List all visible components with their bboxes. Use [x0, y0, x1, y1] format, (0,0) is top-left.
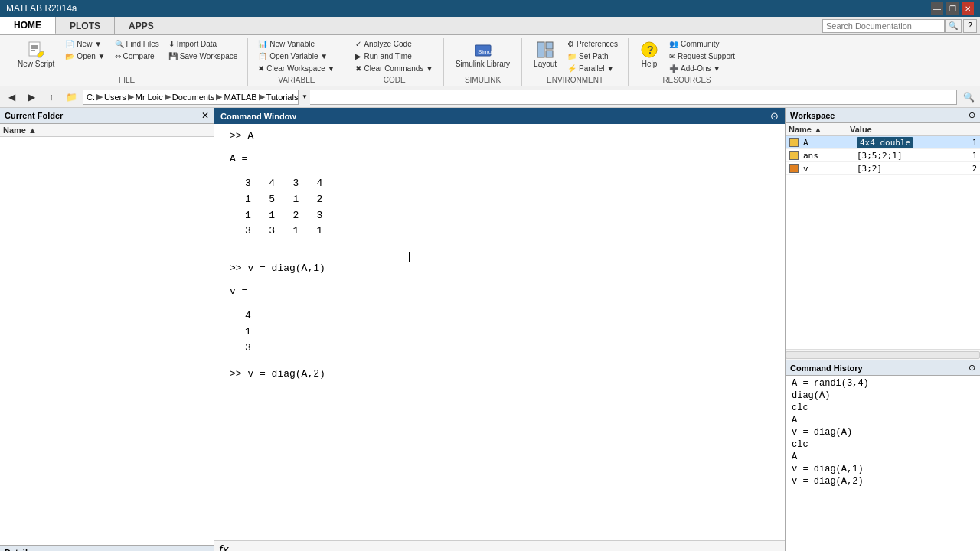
tab-plots[interactable]: PLOTS: [56, 17, 115, 34]
ws-extra-a: 1: [972, 139, 977, 147]
workspace-close-button[interactable]: ⊙: [969, 110, 975, 120]
folder-panel-close[interactable]: ✕: [201, 110, 209, 121]
clear-commands-button[interactable]: ✖ Clear Commands ▼: [351, 63, 436, 74]
save-workspace-button[interactable]: 💾 Save Workspace: [165, 51, 241, 62]
simulink-library-button[interactable]: Simulink Simulink Library: [450, 38, 515, 70]
svg-text:Simulink: Simulink: [478, 48, 492, 55]
clear-workspace-label: Clear Workspace ▼: [266, 64, 335, 73]
cmdh-item-clc2[interactable]: clc: [792, 439, 974, 451]
ribbon-resources-buttons: ? Help 👥 Community ✉ Request Support ➕ A…: [635, 38, 739, 74]
title-bar: MATLAB R2014a — ❐ ✕: [0, 0, 980, 17]
up-button[interactable]: ↑: [43, 89, 60, 106]
v-row-1: 4: [245, 308, 769, 324]
ribbon-var-col: 📊 New Variable 📋 Open Variable ▼ ✖ Clear…: [254, 38, 338, 74]
ribbon-env-label: ENVIRONMENT: [528, 76, 622, 84]
search-doc-button[interactable]: 🔍: [945, 19, 962, 33]
cmd-header: Command Window ⊙: [214, 108, 785, 124]
close-button[interactable]: ✕: [962, 2, 974, 15]
ribbon: New Script 📄 New ▼ 📂 Open ▼ 🔍 Find Files: [0, 35, 980, 86]
analyze-code-icon: ✓: [355, 40, 361, 48]
new-button[interactable]: 📄 New ▼: [61, 38, 109, 50]
tab-apps[interactable]: APPS: [115, 17, 168, 34]
add-ons-icon: ➕: [669, 64, 678, 73]
parallel-button[interactable]: ⚡ Parallel ▼: [564, 63, 622, 74]
workspace-row-v[interactable]: v [3;2] 2: [786, 162, 980, 175]
preferences-icon: ⚙: [567, 40, 574, 48]
folder-details-label: Details: [0, 545, 214, 551]
find-files-button[interactable]: 🔍 Find Files: [111, 38, 163, 50]
workspace-row-ans[interactable]: ans [3;5;2;1] 1: [786, 149, 980, 162]
open-icon: 📂: [65, 52, 74, 60]
set-path-button[interactable]: 📁 Set Path: [564, 51, 622, 62]
cmdh-item-diaga[interactable]: diag(A): [792, 390, 974, 402]
help-icon-button[interactable]: ?: [963, 19, 977, 33]
new-variable-button[interactable]: 📊 New Variable: [254, 38, 338, 50]
clear-workspace-button[interactable]: ✖ Clear Workspace ▼: [254, 63, 338, 74]
help-button[interactable]: ? Help: [635, 38, 664, 70]
cmdh-item-vdiaga[interactable]: v = diag(A): [792, 426, 974, 439]
back-button[interactable]: ◀: [3, 89, 20, 106]
cmd-content[interactable]: >> A A = 3 4 3 4 1 5 1 2 1 1 2 3 3 3 1 1: [214, 124, 785, 540]
workspace-scrollbar[interactable]: [786, 349, 980, 360]
ribbon-file-col: 📄 New ▼ 📂 Open ▼: [61, 38, 109, 62]
new-script-label: New Script: [18, 60, 54, 68]
run-and-time-icon: ▶: [355, 52, 361, 60]
address-part-mrloic: Mr Loic: [136, 93, 163, 102]
run-and-time-button[interactable]: ▶ Run and Time: [351, 51, 436, 62]
ribbon-section-resources: ? Help 👥 Community ✉ Request Support ➕ A…: [629, 38, 745, 86]
layout-icon: [536, 41, 554, 59]
workspace-scrollbar-track[interactable]: [786, 351, 980, 359]
ws-value-v: [3;2]: [857, 164, 972, 174]
cmdh-item-randi[interactable]: A = randi(3,4): [792, 377, 974, 390]
add-ons-button[interactable]: ➕ Add-Ons ▼: [665, 63, 739, 74]
cmdh-item-a2[interactable]: A: [792, 451, 974, 463]
cmdh-item-vdiaga2[interactable]: v = diag(A,2): [792, 475, 974, 487]
request-support-icon: ✉: [669, 52, 675, 60]
cmdh-item-vdiaga1[interactable]: v = diag(A,1): [792, 463, 974, 475]
workspace-title: Workspace: [790, 111, 835, 120]
address-search-button[interactable]: 🔍: [960, 89, 977, 106]
forward-button[interactable]: ▶: [23, 89, 40, 106]
maximize-button[interactable]: ❐: [946, 2, 959, 15]
import-data-button[interactable]: ⬇ Import Data: [165, 38, 241, 50]
new-script-button[interactable]: New Script: [12, 38, 60, 70]
cmdh-close-button[interactable]: ⊙: [969, 363, 975, 373]
svg-rect-9: [546, 51, 553, 57]
layout-button[interactable]: Layout: [528, 38, 562, 70]
compare-label: Compare: [123, 52, 155, 60]
cmdh-item-a1[interactable]: A: [792, 414, 974, 426]
cmd-line-prompt-diag: >> v = diag(A,1): [230, 262, 769, 274]
save-workspace-icon: 💾: [168, 52, 178, 60]
minimize-button[interactable]: —: [931, 2, 943, 15]
ws-name-v: v: [803, 164, 857, 174]
workspace-col-value: Value: [850, 125, 977, 134]
compare-button[interactable]: ⇔ Compare: [111, 51, 163, 62]
cmd-close-button[interactable]: ⊙: [770, 110, 779, 122]
cmd-line-prompt-diag2: >> v = diag(A,2): [230, 368, 769, 380]
cmd-matrix-a: 3 4 3 4 1 5 1 2 1 1 2 3 3 3 1 1: [245, 176, 769, 240]
search-documentation-input[interactable]: [822, 19, 945, 33]
analyze-code-button[interactable]: ✓ Analyze Code: [351, 38, 436, 50]
tab-home[interactable]: HOME: [0, 17, 56, 34]
workspace-rows: A 4x4 double 1 ans [3;5;2;1] 1: [786, 136, 980, 349]
help-icon: ?: [640, 41, 658, 59]
workspace-row-a[interactable]: A 4x4 double 1: [786, 136, 980, 149]
cmdh-item-clc1[interactable]: clc: [792, 402, 974, 414]
new-script-icon: [27, 41, 45, 59]
cmd-line-a-eq: A =: [230, 153, 769, 165]
simulink-label: Simulink Library: [456, 60, 510, 68]
open-button[interactable]: 📂 Open ▼: [61, 51, 109, 62]
preferences-button[interactable]: ⚙ Preferences: [564, 38, 622, 50]
community-button[interactable]: 👥 Community: [665, 38, 739, 50]
right-panels: Workspace ⊙ Name ▲ Value A 4x4 double 1: [785, 108, 980, 551]
ribbon-file-col2: 🔍 Find Files ⇔ Compare: [111, 38, 163, 62]
open-variable-button[interactable]: 📋 Open Variable ▼: [254, 51, 338, 62]
ws-icon-a: [789, 137, 801, 148]
request-support-button[interactable]: ✉ Request Support: [665, 51, 739, 62]
cmd-matrix-v: 4 1 3: [245, 308, 769, 356]
address-dropdown[interactable]: ▼: [298, 90, 310, 105]
new-label: New ▼: [77, 40, 102, 48]
workspace-cols: Name ▲ Value: [786, 123, 980, 136]
ribbon-simulink-label: SIMULINK: [450, 76, 515, 84]
folder-icon-button[interactable]: 📁: [63, 89, 80, 106]
